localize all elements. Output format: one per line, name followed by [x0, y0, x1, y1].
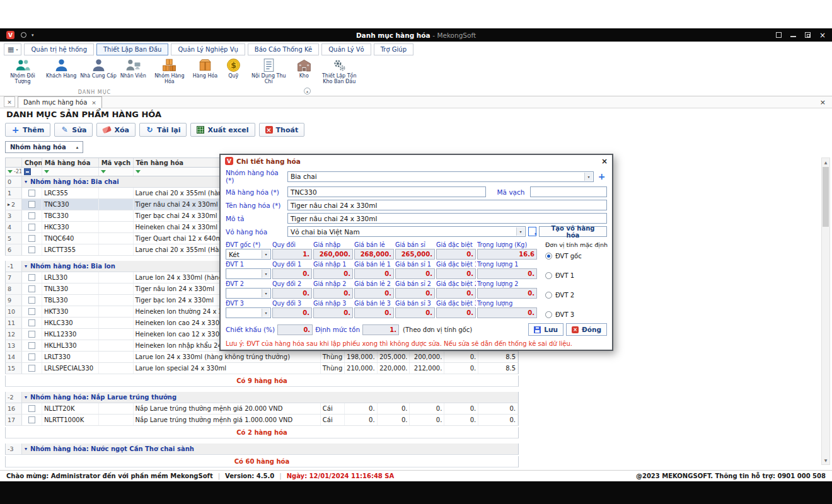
group-select[interactable]: Bia chai ▾ [287, 171, 594, 182]
ribbon-item[interactable]: Thiết Lập Tồn Kho Ban Đầu [318, 57, 361, 85]
row-checkbox[interactable] [28, 274, 35, 281]
default-unit-radio[interactable]: ĐVT 3 [545, 311, 608, 318]
numeric-field[interactable]: 0. [313, 268, 353, 279]
table-row[interactable]: 16NLLTT20KNắp Larue trúng thưởng mệnh gi… [5, 403, 519, 415]
stock-input[interactable]: 1. [362, 324, 399, 335]
dialog-close-icon[interactable]: × [601, 157, 608, 166]
numeric-field[interactable]: 0. [477, 307, 537, 318]
group-row[interactable]: -2▾Nhóm hàng hóa: Nắp Larue trúng thưởng [5, 392, 519, 403]
close-button[interactable]: × Đóng [566, 323, 607, 336]
vertical-scrollbar[interactable]: ▲ ▼ [821, 158, 830, 465]
filter-icon[interactable] [8, 170, 13, 173]
checkbox-cell[interactable] [22, 352, 42, 362]
checkbox-cell[interactable] [22, 199, 42, 210]
table-row[interactable]: 17NLRTT1000KNắp Larue trúng thưởng mệnh … [5, 415, 519, 426]
chevron-down-icon[interactable]: ▾ [262, 270, 270, 278]
checkbox-cell[interactable] [22, 210, 42, 221]
fullscreen-icon[interactable] [776, 32, 782, 38]
row-checkbox[interactable] [28, 342, 35, 349]
row-checkbox[interactable] [28, 365, 35, 372]
ribbon-tab[interactable]: Trợ Giúp [374, 43, 413, 55]
numeric-field[interactable]: 0. [436, 249, 476, 260]
checkbox-cell[interactable] [22, 188, 42, 198]
numeric-field[interactable]: 0. [395, 268, 435, 279]
chevron-down-icon[interactable]: ▾ [262, 289, 270, 297]
name-input[interactable]: Tiger nâu chai 24 x 330ml [287, 200, 607, 210]
numeric-field[interactable]: 0. [477, 288, 537, 299]
exit-button[interactable]: Thoát [259, 123, 305, 137]
close-icon[interactable]: × [819, 32, 826, 38]
filter-cell[interactable]: -21 [6, 168, 22, 176]
default-unit-radio[interactable]: ĐVT 2 [545, 292, 608, 299]
numeric-field[interactable]: 0. [436, 288, 476, 299]
table-row[interactable]: 15LRLSPECIAL330Larue lon special 24 x 33… [5, 363, 519, 374]
ribbon-item[interactable]: Khách Hàng [44, 57, 78, 79]
create-shell-button[interactable]: Tạo vỏ hàng hóa [539, 226, 607, 237]
add-group-button[interactable]: + [596, 171, 607, 182]
checkbox-cell[interactable] [22, 363, 42, 374]
record-icon[interactable] [21, 32, 26, 38]
ribbon-item[interactable]: Hàng Hóa [191, 57, 219, 79]
checkbox-cell[interactable] [22, 306, 42, 317]
checkbox-cell[interactable] [22, 329, 42, 340]
unit-select[interactable]: Két▾ [226, 249, 271, 260]
numeric-field[interactable]: 265,000. [395, 249, 435, 260]
ribbon-item[interactable]: Nhân Viên [118, 57, 148, 79]
row-checkbox[interactable] [28, 212, 35, 219]
row-checkbox[interactable] [28, 308, 35, 315]
numeric-field[interactable]: 0. [272, 268, 312, 279]
row-checkbox[interactable] [28, 190, 35, 197]
default-unit-radio[interactable]: ĐVT 1 [545, 272, 608, 279]
chevron-down-icon[interactable]: ▾ [584, 173, 592, 181]
plus-button[interactable]: Thêm [5, 123, 50, 137]
checkbox-cell[interactable] [22, 340, 42, 351]
numeric-field[interactable]: 268,000. [354, 249, 394, 260]
numeric-field[interactable]: 0. [313, 288, 353, 299]
ribbon-tab[interactable]: Quản trị hệ thống [24, 43, 94, 55]
row-checkbox[interactable] [28, 405, 35, 412]
row-checkbox[interactable] [28, 246, 35, 253]
ribbon-item[interactable]: Nhóm Hàng Hóa [148, 57, 191, 85]
unit-select[interactable]: ▾ [226, 268, 271, 279]
excel-button[interactable]: Xuất excel [190, 123, 255, 137]
filter-icon[interactable] [136, 170, 141, 173]
numeric-field[interactable]: 0. [354, 307, 394, 318]
header-chon[interactable]: Chọn [22, 158, 42, 167]
code-input[interactable]: TNC330 [287, 186, 486, 197]
collapse-icon[interactable]: ▾ [25, 446, 27, 452]
select-all-checkbox[interactable] [24, 168, 31, 175]
close-tab-icon[interactable]: × [91, 100, 96, 106]
unit-select[interactable]: ▾ [226, 288, 271, 299]
row-checkbox[interactable] [28, 285, 35, 292]
numeric-field[interactable]: 0. [354, 268, 394, 279]
group-row[interactable]: -3▾Nhóm hàng hóa: Nước ngọt Cần Thơ chai… [5, 444, 519, 455]
minimize-icon[interactable] [790, 33, 796, 37]
checkbox-cell[interactable] [22, 415, 42, 425]
ribbon-tab[interactable]: Báo Cáo Thống Kê [248, 43, 319, 55]
numeric-field[interactable]: 0. [395, 288, 435, 299]
row-checkbox[interactable] [28, 353, 35, 360]
numeric-field[interactable]: 0. [436, 307, 476, 318]
eraser-button[interactable]: Xóa [96, 123, 135, 137]
barcode-input[interactable] [530, 186, 607, 197]
new-form-icon[interactable] [528, 227, 536, 236]
save-button[interactable]: Lưu [528, 323, 563, 336]
checkbox-cell[interactable] [22, 244, 42, 255]
numeric-field[interactable]: 0. [272, 288, 312, 299]
maximize-icon[interactable] [805, 32, 811, 38]
numeric-field[interactable]: 0. [395, 307, 435, 318]
dialog-titlebar[interactable]: V Chi tiết hàng hóa × [221, 155, 612, 166]
chevron-down-icon[interactable]: ▾ [32, 33, 34, 38]
row-checkbox[interactable] [28, 297, 35, 304]
checkbox-cell[interactable] [22, 222, 42, 232]
ribbon-item[interactable]: Nhà Cung Cấp [78, 57, 118, 79]
scroll-down-icon[interactable]: ▼ [822, 456, 829, 464]
table-row[interactable]: 14LRLT330Larue lon 24 x 330ml (hàng khôn… [5, 352, 519, 363]
pencil-button[interactable]: Sửa [54, 123, 93, 137]
checkbox-cell[interactable] [22, 318, 42, 328]
ribbon-item[interactable]: Kho [290, 57, 318, 79]
chevron-down-icon[interactable]: ▾ [262, 309, 270, 317]
row-checkbox[interactable] [28, 416, 35, 423]
checkbox-cell[interactable] [22, 272, 42, 283]
group-filter-dropdown[interactable]: Nhóm hàng hóa ▴ [5, 141, 83, 153]
